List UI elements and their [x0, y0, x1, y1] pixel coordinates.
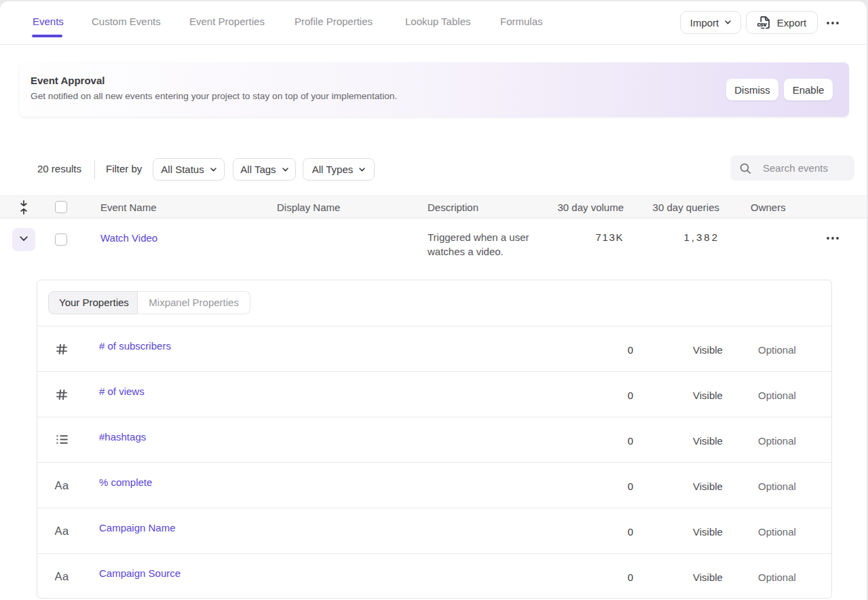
svg-text:csv: csv — [757, 21, 767, 28]
